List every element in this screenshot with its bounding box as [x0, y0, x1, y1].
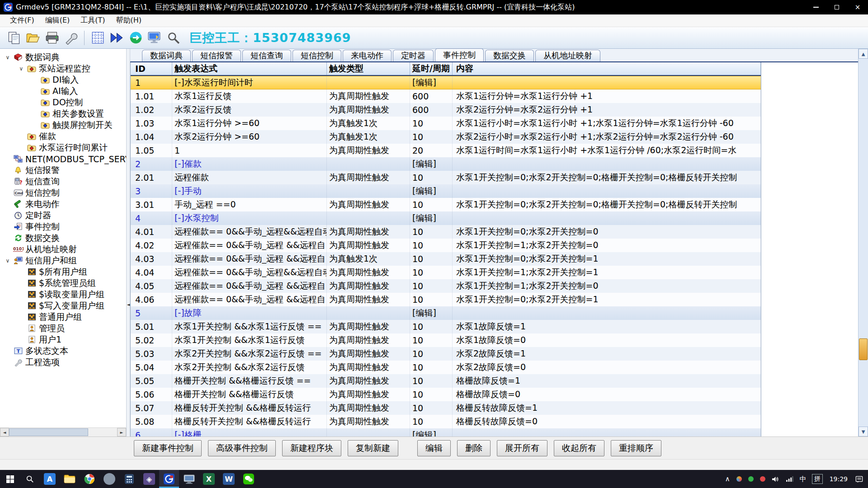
- snipping-tool-icon[interactable]: [179, 470, 199, 488]
- volume-icon[interactable]: [769, 476, 783, 483]
- table-row[interactable]: 5.02水泵1开关控制 &&水泵1运行反馈为真周期性触发10水泵1故障反馈=0: [131, 333, 761, 347]
- table-row[interactable]: 3[-]手动[编辑]: [131, 184, 761, 198]
- new-page-icon[interactable]: [5, 29, 24, 47]
- chrome-icon[interactable]: [80, 470, 99, 488]
- table-row[interactable]: 5.04水泵2开关控制 &&水泵2运行反馈为真周期性触发10水泵2故障反馈=0: [131, 361, 761, 374]
- ime-indicator[interactable]: 拼: [812, 474, 823, 484]
- calculator-icon[interactable]: [119, 470, 139, 488]
- sidebar-item[interactable]: T多状态文本: [0, 345, 126, 357]
- column-header[interactable]: ID: [131, 62, 172, 75]
- hidden-icons-chevron-icon[interactable]: ∧: [722, 475, 733, 483]
- restore-button[interactable]: [826, 0, 847, 14]
- action-button[interactable]: 新建事件控制: [134, 440, 202, 456]
- network-icon[interactable]: [783, 476, 797, 482]
- table-row[interactable]: 4.02远程催款== 0&&手动_远程 &&远程自为真周期性触发10水泵1开关控…: [131, 239, 761, 252]
- table-row[interactable]: 1.04水泵2运行分钟 >=60为真触发1次10水泵2运行小时=水泵2运行小时 …: [131, 130, 761, 144]
- magnifier-icon[interactable]: [164, 29, 183, 47]
- table-row[interactable]: 2[-]催款[编辑]: [131, 157, 761, 171]
- sidebar-item[interactable]: 定时器: [0, 210, 126, 221]
- table-row[interactable]: 4[-]水泵控制[编辑]: [131, 211, 761, 225]
- deploy-orb-icon[interactable]: [126, 29, 145, 47]
- monitor-debug-icon[interactable]: [145, 29, 164, 47]
- word-icon[interactable]: W: [219, 470, 239, 488]
- action-button[interactable]: 新建程序块: [282, 440, 341, 456]
- app-blue-icon[interactable]: A: [40, 470, 60, 488]
- expand-arrow-icon[interactable]: ∨: [3, 54, 13, 61]
- action-button[interactable]: 高级事件控制: [208, 440, 276, 456]
- table-row[interactable]: 5.06格栅开关控制 &&格栅运行反馈为真周期性触发10格栅故障反馈=0: [131, 388, 761, 401]
- cell-delay[interactable]: [编辑]: [410, 211, 453, 225]
- sidebar-item[interactable]: $写入变量用户组: [0, 300, 126, 311]
- save-printer-icon[interactable]: [42, 29, 61, 47]
- table-row[interactable]: 1.051为真周期性触发20水泵1运行时间=水泵1运行小时 +水泵1运行分钟 /…: [131, 144, 761, 157]
- table-row[interactable]: 2.01远程催款为真周期性触发10水泵1开关控制=0;水泵2开关控制=0;格栅开…: [131, 171, 761, 184]
- action-button[interactable]: 展开所有: [497, 440, 547, 456]
- menu-item[interactable]: 文件(F): [5, 16, 40, 25]
- tab-item[interactable]: 短信查询: [242, 50, 291, 61]
- sidebar-item[interactable]: 普通用户组: [0, 311, 126, 323]
- scrollbar-thumb[interactable]: [859, 338, 868, 360]
- variable-grid-icon[interactable]: [88, 29, 107, 47]
- sidebar-item[interactable]: 触摸屏控制开关: [0, 119, 126, 131]
- table-row[interactable]: 5.05格栅开关控制 &&格栅运行反馈 ==为真周期性触发10格栅故障反馈=1: [131, 374, 761, 388]
- open-folder-icon[interactable]: [24, 29, 42, 47]
- sidebar-item[interactable]: ∨短信用户和组: [0, 255, 126, 266]
- column-header[interactable]: 内容: [453, 62, 761, 75]
- tray-orange-dot-icon[interactable]: [733, 476, 745, 482]
- sidebar-item[interactable]: DO控制: [0, 97, 126, 108]
- tree-horizontal-scrollbar[interactable]: ◄ ►: [0, 427, 126, 436]
- sidebar-item[interactable]: NET(MODBUS_TCP_SERVI: [0, 153, 126, 164]
- table-row[interactable]: 1[-]水泵运行时间计时[编辑]: [131, 76, 761, 89]
- tab-item[interactable]: 短信报警: [192, 50, 241, 61]
- panel-splitter[interactable]: ◄: [127, 49, 130, 436]
- taskbar-search-icon[interactable]: [20, 470, 40, 488]
- sidebar-item[interactable]: $所有用户组: [0, 266, 126, 277]
- minimize-button[interactable]: [806, 0, 826, 14]
- sidebar-item[interactable]: 用户1: [0, 334, 126, 345]
- menu-item[interactable]: 帮助(H): [111, 16, 147, 25]
- table-row[interactable]: 3.01手动_远程 ==0为真周期性触发10水泵1开关控制=0;水泵2开关控制=…: [131, 198, 761, 211]
- sidebar-item[interactable]: 0101从机地址映射: [0, 244, 126, 255]
- menu-item[interactable]: 工具(T): [75, 16, 110, 25]
- app-purple-icon[interactable]: ◈: [139, 470, 159, 488]
- wrench-icon[interactable]: [61, 29, 80, 47]
- file-explorer-icon[interactable]: [60, 470, 80, 488]
- tab-item[interactable]: 定时器: [393, 50, 434, 61]
- sidebar-item[interactable]: $系统管理员组: [0, 277, 126, 289]
- run-arrows-icon[interactable]: [107, 29, 126, 47]
- table-row[interactable]: 4.03远程催款== 0&&手动_远程 &&远程自为真触发1次10水泵1开关控制…: [131, 252, 761, 266]
- table-row[interactable]: 5.03水泵2开关控制 &&水泵2运行反馈 ==为真周期性触发10水泵2故障反馈…: [131, 347, 761, 361]
- action-button[interactable]: 删除: [457, 440, 491, 456]
- clock[interactable]: 19:29: [825, 475, 852, 483]
- sidebar-item[interactable]: Cmd短信控制: [0, 187, 126, 198]
- cell-delay[interactable]: [编辑]: [410, 157, 453, 171]
- cell-delay[interactable]: [编辑]: [410, 428, 453, 436]
- scroll-left-icon[interactable]: ◄: [0, 428, 9, 436]
- action-button[interactable]: 复制新建: [348, 440, 398, 456]
- sidebar-item[interactable]: DI输入: [0, 74, 126, 85]
- menu-item[interactable]: 编辑(E): [40, 16, 75, 25]
- expand-arrow-icon[interactable]: ∨: [3, 258, 13, 264]
- sidebar-item[interactable]: $读取变量用户组: [0, 289, 126, 300]
- table-row[interactable]: 5.07格栅反转开关控制 &&格栅反转运行为真周期性触发10格栅反转故障反馈=1: [131, 401, 761, 415]
- scrollbar-thumb[interactable]: [9, 428, 88, 436]
- excel-icon[interactable]: X: [199, 470, 219, 488]
- input-language-indicator[interactable]: 中: [797, 475, 810, 483]
- cell-delay[interactable]: [编辑]: [410, 184, 453, 198]
- tab-item[interactable]: 短信控制: [292, 50, 341, 61]
- sidebar-item[interactable]: ∨数据词典: [0, 52, 126, 63]
- column-header[interactable]: 延时/周期: [410, 62, 453, 75]
- sidebar-item[interactable]: 催款: [0, 131, 126, 142]
- scroll-right-icon[interactable]: ►: [117, 428, 126, 436]
- windows-start-icon[interactable]: [0, 470, 20, 488]
- sidebar-item[interactable]: ?短信查询: [0, 176, 126, 187]
- sidebar-item[interactable]: 管理员: [0, 323, 126, 334]
- sidebar-item[interactable]: 水泵运行时间累计: [0, 142, 126, 153]
- action-center-icon[interactable]: [852, 475, 866, 483]
- tray-red-dot-icon[interactable]: [757, 476, 769, 482]
- sidebar-item[interactable]: 数据交换: [0, 232, 126, 244]
- scroll-up-icon[interactable]: ▲: [859, 49, 868, 59]
- sidebar-item[interactable]: 工程选项: [0, 357, 126, 368]
- action-button[interactable]: 重排顺序: [611, 440, 661, 456]
- tab-item[interactable]: 数据交换: [485, 50, 534, 61]
